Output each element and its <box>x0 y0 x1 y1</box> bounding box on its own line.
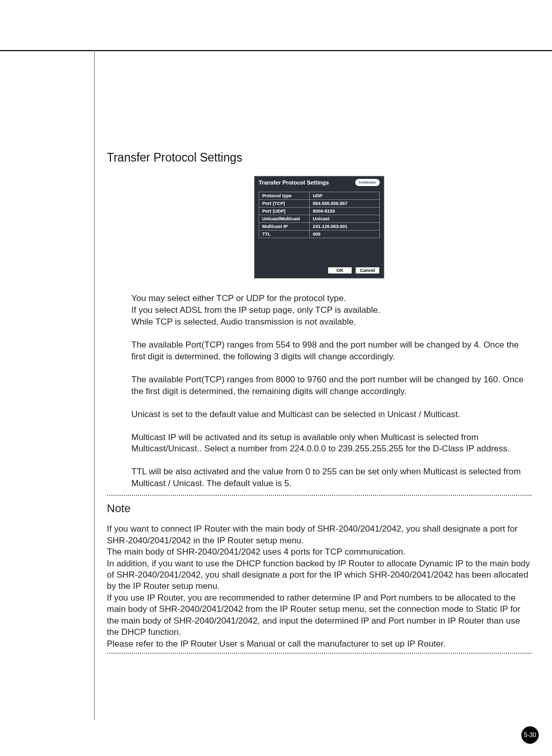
body-text: You may select either TCP or UDP for the… <box>131 293 525 490</box>
row-value[interactable]: 241.126.063.001 <box>310 223 380 231</box>
paragraph: TTL will be also activated and the value… <box>131 466 525 490</box>
dialog-header: Transfer Protocol Settings SAMSUNG <box>255 176 384 190</box>
dotted-divider <box>107 495 532 496</box>
paragraph: Unicast is set to the default value and … <box>131 409 525 421</box>
row-label: Protocol type <box>259 192 310 200</box>
dialog-footer: OK Cancel <box>255 242 384 278</box>
top-horizontal-rule <box>0 50 552 51</box>
table-row: Protocol type UDP <box>259 192 380 200</box>
paragraph: The available Port(TCP) ranges from 8000… <box>131 374 525 398</box>
samsung-logo: SAMSUNG <box>355 179 380 186</box>
table-row: Port (UDP) 8000-8159 <box>259 208 380 215</box>
note-text: If you want to connect IP Router with th… <box>107 523 532 650</box>
page-number: 5-30 <box>524 731 536 739</box>
left-vertical-rule <box>94 50 95 720</box>
page-content: Transfer Protocol Settings Transfer Prot… <box>107 151 532 660</box>
note-heading: Note <box>107 502 532 515</box>
transfer-protocol-dialog: Transfer Protocol Settings SAMSUNG Proto… <box>254 176 384 279</box>
dialog-title: Transfer Protocol Settings <box>259 179 329 186</box>
settings-table: Protocol type UDP Port (TCP) 554.555.556… <box>259 192 380 238</box>
row-value[interactable]: Unicast <box>310 215 380 223</box>
row-value[interactable]: 554.555.556.557 <box>310 200 380 208</box>
dotted-divider <box>107 653 532 654</box>
section-title: Transfer Protocol Settings <box>107 151 532 165</box>
cancel-button[interactable]: Cancel <box>355 267 380 274</box>
table-row: Port (TCP) 554.555.556.557 <box>259 200 380 208</box>
row-value[interactable]: 8000-8159 <box>310 208 380 215</box>
table-row: TTL 005 <box>259 231 380 238</box>
row-value[interactable]: UDP <box>310 192 380 200</box>
table-row: Unicast/Multicast Unicast <box>259 215 380 223</box>
row-value[interactable]: 005 <box>310 231 380 238</box>
row-label: Multicast IP <box>259 223 310 231</box>
row-label: Port (TCP) <box>259 200 310 208</box>
row-label: TTL <box>259 231 310 238</box>
table-row: Multicast IP 241.126.063.001 <box>259 223 380 231</box>
page-number-badge: 5-30 <box>521 726 539 744</box>
row-label: Port (UDP) <box>259 208 310 215</box>
paragraph: The available Port(TCP) ranges from 554 … <box>131 339 525 363</box>
row-label: Unicast/Multicast <box>259 215 310 223</box>
paragraph: Multicast IP will be activated and its s… <box>131 432 525 455</box>
ok-button[interactable]: OK <box>328 267 352 274</box>
dialog-body: Protocol type UDP Port (TCP) 554.555.556… <box>255 190 384 242</box>
paragraph: You may select either TCP or UDP for the… <box>131 293 525 328</box>
